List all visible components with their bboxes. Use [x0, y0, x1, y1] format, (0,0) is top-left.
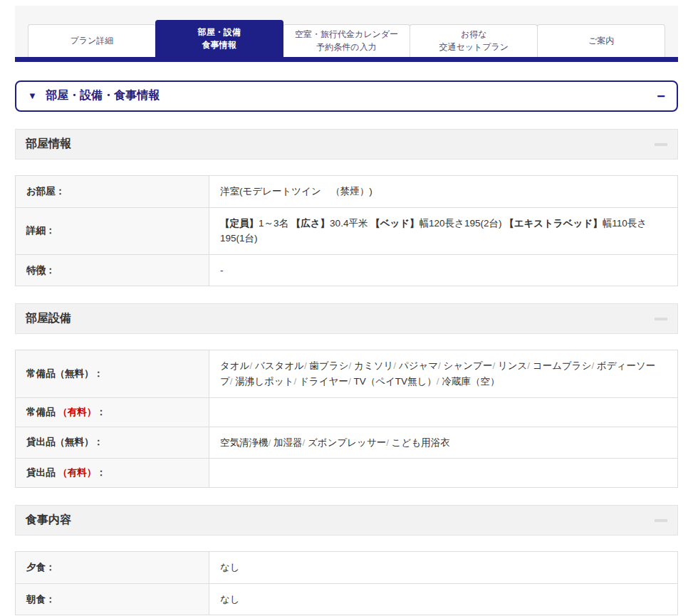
text-segment: 特徴：	[26, 265, 56, 276]
text-segment: 詳細：	[26, 225, 56, 236]
header-left: ▼ 部屋・設備・食事情報	[28, 88, 160, 103]
row-value	[209, 459, 678, 488]
section-header-room-equipment[interactable]: 部屋設備	[15, 303, 678, 334]
list-item: コームブラシ	[533, 360, 592, 371]
text-segment: なし	[220, 562, 240, 573]
table-row: 朝食：なし	[16, 583, 678, 615]
table-row: 詳細：【定員】1～3名 【広さ】30.4平米 【ベッド】幅120長さ195(2台…	[16, 207, 678, 254]
list-item: TV（ペイTV無し）	[353, 376, 436, 387]
tab-bar-underline	[15, 57, 678, 62]
list-item: パジャマ	[399, 360, 438, 371]
section-title: 食事内容	[26, 513, 71, 528]
row-label: 常備品（無料）：	[16, 350, 209, 397]
list-item: 湯沸しポット	[235, 376, 293, 387]
text-segment: 【ベッド】	[370, 218, 419, 229]
table-row: 特徴：-	[16, 254, 678, 286]
text-segment: 【定員】	[220, 218, 259, 229]
tab-label-line: プラン詳細	[70, 35, 113, 47]
text-segment: 幅120長さ195(2台)	[420, 218, 505, 229]
tab-label-line: 食事情報	[202, 39, 236, 51]
tab-plan-details[interactable]: プラン詳細	[28, 24, 156, 57]
table-meal-content: 夕食：なし朝食：なし	[15, 551, 678, 615]
text-segment: 貸出品	[26, 467, 58, 478]
list-item: バスタオル	[255, 360, 304, 371]
text-segment: ：	[96, 467, 106, 478]
text-segment: 1～3名	[259, 218, 291, 229]
triangle-down-icon: ▼	[28, 90, 37, 101]
separator-slash: /	[492, 360, 498, 371]
table-row: お部屋：洋室(モデレートツイン （禁煙）)	[16, 176, 678, 208]
text-segment: 洋室(モデレートツイン （禁煙）)	[220, 186, 372, 197]
row-label: 貸出品 （有料）：	[16, 459, 209, 488]
text-segment: -	[220, 265, 224, 276]
section-header-room-info[interactable]: 部屋情報	[15, 129, 678, 160]
page-title: 部屋・設備・食事情報	[46, 89, 160, 101]
room-facility-meal-header[interactable]: ▼ 部屋・設備・食事情報 −	[15, 80, 678, 112]
tab-label-line: 予約条件の入力	[316, 41, 376, 53]
row-value	[209, 397, 678, 427]
separator-slash: /	[438, 360, 444, 371]
text-segment: （有料）	[58, 407, 96, 417]
row-label: 特徴：	[16, 254, 209, 286]
separator-slash: /	[386, 437, 392, 448]
table-row: 常備品（無料）：タオル/ バスタオル/ 歯ブラシ/ カミソリ/ パジャマ/ シャ…	[16, 350, 678, 397]
section-header-meal-content[interactable]: 食事内容	[15, 505, 678, 536]
list-item: 加湿器	[273, 437, 303, 448]
collapse-minus-icon[interactable]	[655, 519, 667, 522]
row-value: -	[209, 254, 678, 286]
table-row: 貸出品 （有料）：	[16, 459, 678, 488]
tab-bar: プラン詳細部屋・設備食事情報空室・旅行代金カレンダー予約条件の入力お得な交通セッ…	[15, 6, 678, 62]
minus-icon[interactable]: −	[657, 89, 665, 103]
row-value: 【定員】1～3名 【広さ】30.4平米 【ベッド】幅120長さ195(2台) 【…	[209, 207, 678, 254]
list-item: 冷蔵庫（空）	[442, 376, 499, 387]
section-title: 部屋情報	[26, 137, 71, 152]
tab-information[interactable]: ご案内	[537, 24, 665, 57]
row-label: 常備品 （有料）：	[16, 397, 209, 427]
row-value: 空気清浄機/ 加湿器/ ズボンプレッサー/ こども用浴衣	[209, 427, 678, 459]
text-segment: 夕食：	[26, 562, 56, 573]
text-segment: お部屋：	[26, 186, 65, 197]
table-room-info: お部屋：洋室(モデレートツイン （禁煙）)詳細：【定員】1～3名 【広さ】30.…	[15, 175, 678, 286]
tab-label-line: ご案内	[588, 35, 614, 47]
tab-label-line: 交通セットプラン	[439, 41, 509, 53]
row-value: タオル/ バスタオル/ 歯ブラシ/ カミソリ/ パジャマ/ シャンプー/ リンス…	[209, 350, 678, 397]
text-segment: （有料）	[58, 467, 96, 478]
sections: 部屋情報お部屋：洋室(モデレートツイン （禁煙）)詳細：【定員】1～3名 【広さ…	[15, 129, 678, 615]
tab-room-facility-meal[interactable]: 部屋・設備食事情報	[155, 20, 283, 57]
collapse-minus-icon[interactable]	[655, 318, 667, 320]
separator-slash: /	[304, 360, 310, 371]
row-label: 夕食：	[16, 552, 209, 584]
text-segment: 【広さ】	[291, 218, 330, 229]
list-item: こども用浴衣	[392, 437, 450, 448]
list-item: ズボンプレッサー	[308, 437, 386, 448]
table-row: 貸出品（無料）：空気清浄機/ 加湿器/ ズボンプレッサー/ こども用浴衣	[16, 427, 678, 459]
tab-bar-tabs: プラン詳細部屋・設備食事情報空室・旅行代金カレンダー予約条件の入力お得な交通セッ…	[15, 6, 678, 57]
list-item: シャンプー	[444, 360, 493, 371]
tab-transport-set-plan[interactable]: お得な交通セットプラン	[410, 24, 538, 57]
text-segment: 貸出品（無料）：	[26, 437, 103, 447]
separator-slash: /	[591, 360, 597, 371]
row-label: 貸出品（無料）：	[16, 427, 209, 459]
separator-slash: /	[393, 360, 399, 371]
separator-slash: /	[527, 360, 533, 371]
tab-label-line: お得な	[461, 28, 487, 41]
table-row: 夕食：なし	[16, 552, 678, 584]
separator-slash: /	[349, 360, 355, 371]
list-item: リンス	[498, 360, 527, 371]
separator-slash: /	[249, 360, 255, 371]
row-label: 朝食：	[16, 583, 209, 615]
list-item: ドライヤー	[299, 376, 348, 387]
section-title: 部屋設備	[26, 311, 71, 326]
text-segment: 常備品（無料）：	[26, 368, 103, 379]
separator-slash: /	[303, 437, 308, 448]
collapse-minus-icon[interactable]	[655, 143, 667, 146]
list-item: 空気清浄機	[220, 437, 269, 448]
text-segment: 朝食：	[26, 594, 56, 605]
list-item: カミソリ	[354, 360, 393, 371]
list-item: 歯ブラシ	[310, 360, 349, 371]
table-row: 常備品 （有料）：	[16, 397, 678, 427]
text-segment: なし	[220, 594, 240, 605]
tab-availability-calendar[interactable]: 空室・旅行代金カレンダー予約条件の入力	[283, 24, 411, 57]
row-label: お部屋：	[16, 176, 209, 208]
list-item: タオル	[220, 360, 249, 371]
